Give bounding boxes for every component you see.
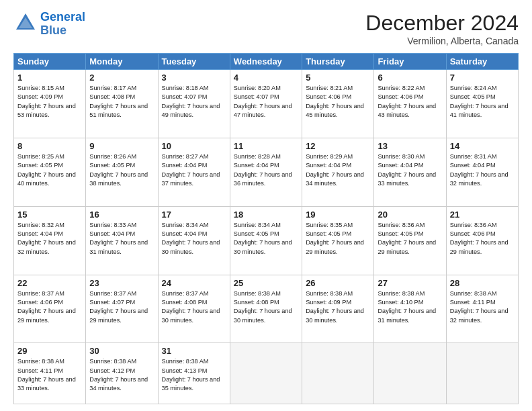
- daylight: Daylight: 7 hours and 51 minutes.: [89, 103, 148, 118]
- daylight: Daylight: 7 hours and 32 minutes.: [17, 239, 76, 255]
- day-info: Sunrise: 8:26 AM Sunset: 4:05 PM Dayligh…: [89, 152, 154, 188]
- daylight: Daylight: 7 hours and 30 minutes.: [306, 308, 364, 323]
- daylight: Daylight: 7 hours and 32 minutes.: [450, 171, 508, 187]
- calendar-cell: 6 Sunrise: 8:22 AM Sunset: 4:06 PM Dayli…: [374, 70, 446, 138]
- day-info: Sunrise: 8:33 AM Sunset: 4:04 PM Dayligh…: [89, 221, 154, 257]
- sunrise: Sunrise: 8:38 AM: [450, 290, 497, 297]
- sunset: Sunset: 4:09 PM: [17, 93, 63, 100]
- calendar-cell: 2 Sunrise: 8:17 AM Sunset: 4:08 PM Dayli…: [86, 70, 158, 138]
- sunset: Sunset: 4:05 PM: [378, 230, 423, 237]
- day-number: 1: [17, 73, 82, 83]
- sunrise: Sunrise: 8:36 AM: [378, 222, 425, 228]
- sunset: Sunset: 4:10 PM: [378, 299, 423, 306]
- daylight: Daylight: 7 hours and 40 minutes.: [17, 171, 76, 187]
- sunset: Sunset: 4:05 PM: [306, 230, 351, 237]
- day-number: 27: [378, 278, 442, 288]
- sunset: Sunset: 4:05 PM: [89, 162, 135, 169]
- daylight: Daylight: 7 hours and 34 minutes.: [89, 376, 148, 392]
- day-info: Sunrise: 8:25 AM Sunset: 4:05 PM Dayligh…: [17, 152, 82, 188]
- daylight: Daylight: 7 hours and 33 minutes.: [17, 376, 76, 392]
- sunrise: Sunrise: 8:32 AM: [17, 222, 64, 228]
- calendar-cell: 15 Sunrise: 8:32 AM Sunset: 4:04 PM Dayl…: [14, 206, 86, 275]
- calendar-cell: 24 Sunrise: 8:37 AM Sunset: 4:08 PM Dayl…: [158, 275, 230, 343]
- calendar-cell: 18 Sunrise: 8:34 AM Sunset: 4:05 PM Dayl…: [230, 206, 302, 275]
- calendar-cell: 12 Sunrise: 8:29 AM Sunset: 4:04 PM Dayl…: [302, 138, 374, 206]
- day-info: Sunrise: 8:17 AM Sunset: 4:08 PM Dayligh…: [89, 84, 154, 120]
- sunrise: Sunrise: 8:26 AM: [89, 153, 136, 160]
- sunrise: Sunrise: 8:15 AM: [17, 85, 64, 91]
- sunset: Sunset: 4:04 PM: [162, 162, 208, 169]
- daylight: Daylight: 7 hours and 31 minutes.: [378, 308, 436, 323]
- day-number: 26: [306, 278, 370, 288]
- sunset: Sunset: 4:05 PM: [450, 93, 496, 100]
- sunrise: Sunrise: 8:37 AM: [162, 290, 209, 297]
- day-info: Sunrise: 8:22 AM Sunset: 4:06 PM Dayligh…: [378, 84, 442, 120]
- daylight: Daylight: 7 hours and 37 minutes.: [162, 171, 220, 187]
- sunrise: Sunrise: 8:28 AM: [234, 153, 281, 160]
- calendar-cell: 21 Sunrise: 8:36 AM Sunset: 4:06 PM Dayl…: [446, 206, 518, 275]
- day-number: 8: [17, 141, 82, 151]
- calendar-cell: [374, 343, 446, 404]
- calendar-cell: 28 Sunrise: 8:38 AM Sunset: 4:11 PM Dayl…: [446, 275, 518, 343]
- sunset: Sunset: 4:07 PM: [234, 93, 279, 100]
- col-header-thursday: Thursday: [302, 54, 374, 70]
- calendar-cell: 1 Sunrise: 8:15 AM Sunset: 4:09 PM Dayli…: [14, 70, 86, 138]
- sunset: Sunset: 4:04 PM: [378, 162, 423, 169]
- daylight: Daylight: 7 hours and 33 minutes.: [378, 171, 436, 187]
- sunset: Sunset: 4:08 PM: [234, 299, 279, 306]
- day-number: 6: [378, 73, 442, 83]
- calendar-cell: 3 Sunrise: 8:18 AM Sunset: 4:07 PM Dayli…: [158, 70, 230, 138]
- day-number: 9: [89, 141, 154, 151]
- daylight: Daylight: 7 hours and 41 minutes.: [450, 103, 508, 118]
- sunrise: Sunrise: 8:17 AM: [89, 85, 136, 91]
- day-number: 21: [450, 210, 515, 220]
- calendar-cell: 17 Sunrise: 8:34 AM Sunset: 4:04 PM Dayl…: [158, 206, 230, 275]
- daylight: Daylight: 7 hours and 29 minutes.: [378, 239, 436, 255]
- sunset: Sunset: 4:11 PM: [17, 367, 63, 374]
- day-number: 15: [17, 210, 82, 220]
- day-number: 4: [234, 73, 298, 83]
- day-info: Sunrise: 8:37 AM Sunset: 4:08 PM Dayligh…: [162, 289, 226, 325]
- header: General Blue December 2024 Vermilion, Al…: [13, 11, 519, 46]
- day-number: 2: [89, 73, 154, 83]
- day-number: 30: [89, 346, 154, 356]
- day-number: 3: [162, 73, 226, 83]
- sunrise: Sunrise: 8:34 AM: [234, 222, 281, 228]
- sunset: Sunset: 4:04 PM: [162, 230, 208, 237]
- day-info: Sunrise: 8:38 AM Sunset: 4:09 PM Dayligh…: [306, 289, 370, 325]
- sunrise: Sunrise: 8:22 AM: [378, 85, 425, 91]
- col-header-friday: Friday: [374, 54, 446, 70]
- day-info: Sunrise: 8:38 AM Sunset: 4:13 PM Dayligh…: [162, 357, 226, 393]
- sunset: Sunset: 4:05 PM: [17, 162, 63, 169]
- sunrise: Sunrise: 8:38 AM: [89, 358, 136, 365]
- calendar-cell: 22 Sunrise: 8:37 AM Sunset: 4:06 PM Dayl…: [14, 275, 86, 343]
- day-number: 20: [378, 210, 442, 220]
- day-number: 31: [162, 346, 226, 356]
- sunrise: Sunrise: 8:37 AM: [89, 290, 136, 297]
- calendar-cell: [446, 343, 518, 404]
- calendar-cell: 4 Sunrise: 8:20 AM Sunset: 4:07 PM Dayli…: [230, 70, 302, 138]
- calendar-cell: 7 Sunrise: 8:24 AM Sunset: 4:05 PM Dayli…: [446, 70, 518, 138]
- calendar-cell: [302, 343, 374, 404]
- sunrise: Sunrise: 8:38 AM: [306, 290, 353, 297]
- daylight: Daylight: 7 hours and 49 minutes.: [162, 103, 220, 118]
- sunset: Sunset: 4:06 PM: [450, 230, 496, 237]
- sunset: Sunset: 4:08 PM: [162, 299, 208, 306]
- day-number: 24: [162, 278, 226, 288]
- sunrise: Sunrise: 8:38 AM: [378, 290, 425, 297]
- day-info: Sunrise: 8:34 AM Sunset: 4:05 PM Dayligh…: [234, 221, 298, 257]
- day-number: 29: [17, 346, 82, 356]
- col-header-monday: Monday: [86, 54, 158, 70]
- day-number: 13: [378, 141, 442, 151]
- day-info: Sunrise: 8:34 AM Sunset: 4:04 PM Dayligh…: [162, 221, 226, 257]
- daylight: Daylight: 7 hours and 53 minutes.: [17, 103, 76, 118]
- sunrise: Sunrise: 8:18 AM: [162, 85, 209, 91]
- daylight: Daylight: 7 hours and 47 minutes.: [234, 103, 292, 118]
- day-info: Sunrise: 8:38 AM Sunset: 4:08 PM Dayligh…: [234, 289, 298, 325]
- calendar-cell: 25 Sunrise: 8:38 AM Sunset: 4:08 PM Dayl…: [230, 275, 302, 343]
- day-info: Sunrise: 8:28 AM Sunset: 4:04 PM Dayligh…: [234, 152, 298, 188]
- week-row-4: 22 Sunrise: 8:37 AM Sunset: 4:06 PM Dayl…: [14, 275, 519, 343]
- daylight: Daylight: 7 hours and 29 minutes.: [450, 239, 508, 255]
- calendar-cell: 11 Sunrise: 8:28 AM Sunset: 4:04 PM Dayl…: [230, 138, 302, 206]
- sunrise: Sunrise: 8:29 AM: [306, 153, 353, 160]
